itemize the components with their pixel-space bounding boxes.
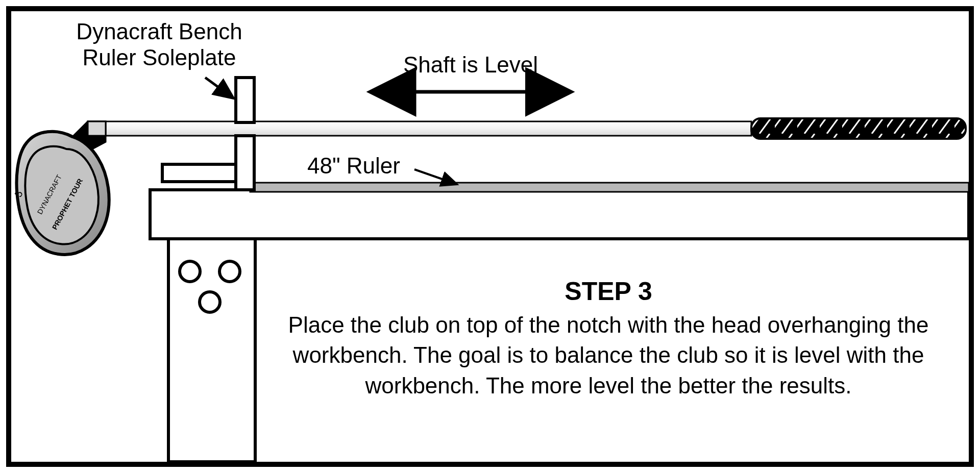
svg-point-4: [219, 261, 240, 282]
svg-rect-9: [88, 121, 751, 136]
bench-ruler: [250, 183, 969, 192]
arrow-ruler-icon: [414, 169, 455, 184]
step-body: Place the club on top of the notch with …: [261, 310, 955, 401]
diagram-frame: DYNACRAFT PROPHET TOUR 5 Dynacraft Bench…: [6, 6, 974, 467]
soleplate-label: Dynacraft Bench Ruler Soleplate: [52, 19, 266, 70]
arrow-soleplate-icon: [205, 78, 232, 97]
soleplate-label-line2: Ruler Soleplate: [83, 45, 236, 70]
club-grip: [751, 118, 966, 139]
svg-rect-10: [751, 118, 966, 139]
club-shaft: [88, 121, 751, 136]
step-title: STEP 3: [256, 277, 961, 306]
svg-rect-12: [236, 136, 254, 190]
club-head: [17, 132, 109, 255]
shaft-level-label: Shaft is Level: [369, 52, 573, 78]
svg-point-3: [180, 261, 200, 282]
ruler-label: 48" Ruler: [307, 153, 420, 179]
svg-rect-11: [236, 78, 254, 122]
svg-point-5: [200, 292, 220, 312]
soleplate-label-line1: Dynacraft Bench: [76, 19, 242, 44]
svg-rect-6: [250, 183, 969, 192]
svg-rect-2: [150, 190, 969, 239]
